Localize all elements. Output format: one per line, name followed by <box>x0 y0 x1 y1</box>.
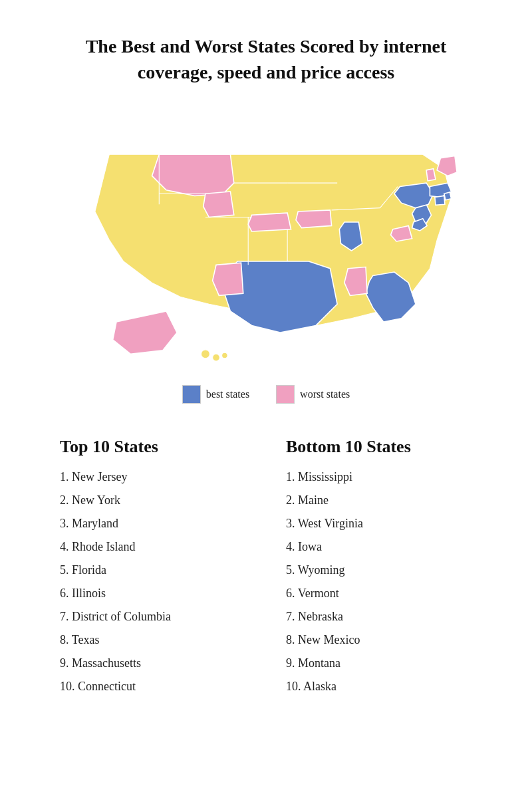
legend-worst-label: worst states <box>300 388 350 400</box>
svg-point-21 <box>213 354 220 362</box>
legend-best: best states <box>182 385 249 404</box>
list-item: 4. Iowa <box>286 540 472 554</box>
lists-section: Top 10 States 1. New Jersey2. New York3.… <box>0 424 532 730</box>
list-item: 10. Connecticut <box>60 680 246 694</box>
list-item: 7. District of Columbia <box>60 610 246 624</box>
page-title: The Best and Worst States Scored by inte… <box>0 0 532 98</box>
legend-best-label: best states <box>206 388 249 400</box>
list-item: 1. Mississippi <box>286 470 472 484</box>
list-item: 8. New Mexico <box>286 633 472 647</box>
list-item: 8. Texas <box>60 633 246 647</box>
us-map <box>66 112 466 378</box>
top10-heading: Top 10 States <box>60 437 246 457</box>
svg-point-20 <box>201 350 210 358</box>
list-item: 3. Maryland <box>60 517 246 531</box>
list-item: 6. Vermont <box>286 587 472 601</box>
svg-marker-13 <box>296 210 332 228</box>
list-item: 1. New Jersey <box>60 470 246 484</box>
list-item: 4. Rhode Island <box>60 540 246 554</box>
list-item: 7. Nebraska <box>286 610 472 624</box>
list-item: 9. Massachusetts <box>60 656 246 670</box>
list-item: 5. Wyoming <box>286 563 472 577</box>
list-item: 6. Illinois <box>60 587 246 601</box>
svg-marker-8 <box>444 192 452 200</box>
svg-marker-9 <box>435 196 445 205</box>
worst-color-box <box>276 385 295 404</box>
svg-marker-15 <box>344 267 367 296</box>
top10-column: Top 10 States 1. New Jersey2. New York3.… <box>60 437 246 703</box>
svg-marker-14 <box>213 263 243 296</box>
svg-marker-19 <box>113 311 177 354</box>
legend-worst: worst states <box>276 385 350 404</box>
bottom10-list: 1. Mississippi2. Maine3. West Virginia4.… <box>286 470 472 694</box>
list-item: 3. West Virginia <box>286 517 472 531</box>
svg-marker-17 <box>426 169 436 181</box>
list-item: 9. Montana <box>286 656 472 670</box>
list-item: 10. Alaska <box>286 680 472 694</box>
svg-point-22 <box>222 353 228 359</box>
bottom10-heading: Bottom 10 States <box>286 437 472 457</box>
best-color-box <box>182 385 201 404</box>
list-item: 2. New York <box>60 493 246 507</box>
svg-marker-11 <box>203 192 234 217</box>
bottom10-column: Bottom 10 States 1. Mississippi2. Maine3… <box>286 437 472 703</box>
list-item: 5. Florida <box>60 563 246 577</box>
list-item: 2. Maine <box>286 493 472 507</box>
top10-list: 1. New Jersey2. New York3. Maryland4. Rh… <box>60 470 246 694</box>
legend: best states worst states <box>0 385 532 404</box>
svg-marker-12 <box>248 213 291 232</box>
